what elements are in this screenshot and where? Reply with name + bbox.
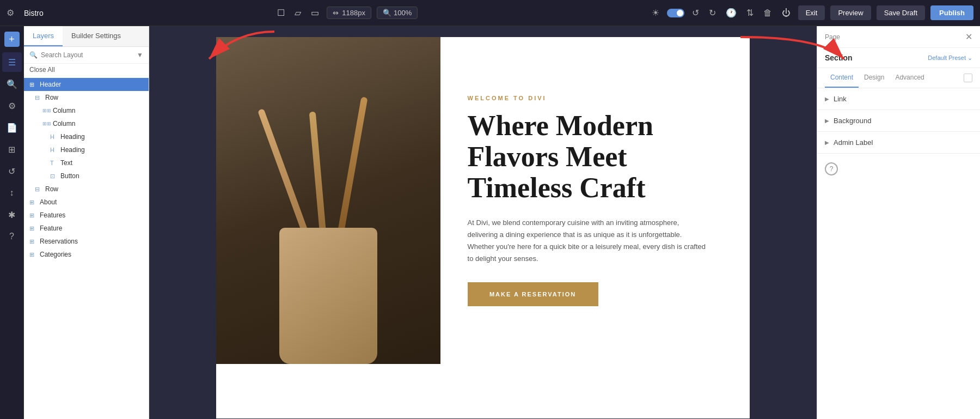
- topbar-center: ☐ ▱ ▭ ⇔ 1188px 🔍 100%: [275, 5, 418, 20]
- tab-content[interactable]: Content: [825, 68, 859, 88]
- admin-label-arrow-icon: ▶: [825, 139, 829, 145]
- history-sidebar-icon[interactable]: ↺: [2, 161, 22, 181]
- width-value: 1188px: [342, 9, 365, 17]
- search-layout-input[interactable]: [41, 51, 133, 59]
- preset-dropdown[interactable]: Default Preset ⌄: [928, 54, 972, 62]
- right-panel-header: Page ✕: [817, 26, 980, 48]
- redo-icon[interactable]: ↻: [707, 5, 718, 20]
- portability-icon[interactable]: ↕: [2, 183, 22, 203]
- page-icon[interactable]: 📄: [2, 118, 22, 137]
- col2-icon: ⊞⊞: [42, 121, 50, 126]
- add-module-button[interactable]: +: [4, 32, 20, 47]
- admin-label-section-name: Admin Label: [834, 138, 873, 147]
- layers-icon[interactable]: ☰: [2, 52, 22, 72]
- preview-button[interactable]: Preview: [830, 5, 871, 20]
- history-icon[interactable]: 🕐: [724, 5, 739, 20]
- layout-icon[interactable]: ⇅: [744, 5, 756, 20]
- page-canvas: WELCOME TO DIVI Where Modern Flavors Mee…: [216, 37, 750, 418]
- admin-label-section-header[interactable]: ▶ Admin Label: [817, 132, 980, 153]
- breadstick-visual: [216, 37, 440, 364]
- layer-item-column-1[interactable]: ⊞⊞ Column: [24, 104, 149, 117]
- layer-item-row-2[interactable]: ⊟ Row: [24, 183, 149, 196]
- hero-heading-line1: Where Modern: [468, 110, 653, 141]
- close-all-btn[interactable]: Close All: [24, 64, 149, 78]
- zoom-control[interactable]: 🔍 100%: [377, 7, 418, 19]
- layer-item-heading-2[interactable]: H Heading: [24, 143, 149, 156]
- undo-icon[interactable]: ↺: [690, 5, 701, 20]
- save-draft-button[interactable]: Save Draft: [877, 5, 925, 20]
- layer-item-heading-1[interactable]: H Heading: [24, 130, 149, 143]
- hero-heading: Where Modern Flavors Meet Timeless Craft: [468, 110, 722, 204]
- layer-item-categories[interactable]: ⊞ Categories: [24, 248, 149, 261]
- heading1-label: Heading: [60, 133, 85, 141]
- col1-icon: ⊞⊞: [42, 108, 50, 113]
- background-arrow-icon: ▶: [825, 118, 829, 124]
- layer-item-row-1[interactable]: ⊟ Row: [24, 91, 149, 104]
- hero-heading-line2: Flavors Meet: [468, 141, 627, 172]
- header-layer-icon: ⊞: [29, 81, 37, 88]
- gear-icon[interactable]: ⚙: [7, 8, 14, 18]
- canvas-area: WELCOME TO DIVI Where Modern Flavors Mee…: [149, 26, 817, 419]
- trash-icon[interactable]: 🗑: [761, 6, 774, 20]
- right-panel-close-button[interactable]: ✕: [965, 32, 972, 42]
- link-section-name: Link: [834, 95, 847, 103]
- features-icon: ⊞: [29, 212, 37, 219]
- zoom-icon: 🔍: [383, 9, 391, 17]
- features-label: Features: [40, 211, 65, 219]
- layer-item-column-2[interactable]: ⊞⊞ Column: [24, 117, 149, 130]
- layer-tree: ⊞ Header ⊟ Row ⊞⊞ Column ⊞⊞ Column H Hea…: [24, 78, 149, 419]
- layer-item-header[interactable]: ⊞ Header: [24, 78, 149, 91]
- link-section-header[interactable]: ▶ Link: [817, 88, 980, 110]
- layer-item-text[interactable]: T Text: [24, 156, 149, 169]
- about-icon: ⊞: [29, 199, 37, 206]
- theme-icon[interactable]: ✱: [2, 205, 22, 224]
- text-icon: T: [50, 160, 58, 166]
- modules-icon[interactable]: ⊞: [2, 139, 22, 159]
- help-circle-button[interactable]: ?: [825, 162, 838, 175]
- about-label: About: [40, 198, 57, 206]
- background-section-header[interactable]: ▶ Background: [817, 110, 980, 131]
- reservation-cta-button[interactable]: MAKE A RESERVATION: [468, 282, 598, 306]
- tab-layers[interactable]: Layers: [24, 26, 63, 46]
- search-icon[interactable]: 🔍: [2, 74, 22, 94]
- hero-image-column: [216, 37, 440, 364]
- zoom-value: 100%: [394, 9, 412, 17]
- heading2-label: Heading: [60, 146, 85, 154]
- tab-advanced[interactable]: Advanced: [890, 68, 929, 88]
- preset-label: Default Preset: [928, 54, 966, 61]
- settings-icon[interactable]: ⚙: [2, 96, 22, 116]
- layer-item-feature[interactable]: ⊞ Feature: [24, 222, 149, 235]
- feature-icon: ⊞: [29, 225, 37, 232]
- hero-food-image: [216, 37, 440, 364]
- tab-builder-settings[interactable]: Builder Settings: [63, 26, 130, 46]
- filter-icon[interactable]: ▼: [137, 51, 143, 59]
- theme-toggle[interactable]: [667, 9, 684, 17]
- layer-item-reservations[interactable]: ⊞ Reservations: [24, 235, 149, 248]
- exit-button[interactable]: Exit: [798, 5, 825, 20]
- paper-bag: [279, 228, 377, 364]
- right-panel-title: Page: [825, 33, 840, 41]
- mobile-icon[interactable]: ▭: [309, 5, 321, 20]
- width-control[interactable]: ⇔ 1188px: [327, 7, 371, 19]
- panel-checkbox[interactable]: [964, 74, 972, 82]
- hero-body-text: At Divi, we blend contemporary cuisine w…: [468, 217, 707, 265]
- layer-item-about[interactable]: ⊞ About: [24, 196, 149, 209]
- help-area: ?: [817, 154, 980, 184]
- sun-icon[interactable]: ☀: [650, 5, 661, 20]
- row1-label: Row: [45, 94, 58, 101]
- tab-design[interactable]: Design: [859, 68, 890, 88]
- help-icon[interactable]: ?: [2, 227, 22, 246]
- power-icon[interactable]: ⏻: [780, 6, 793, 20]
- section-label-row: Section Default Preset ⌄: [817, 48, 980, 68]
- right-panel-tabs: Content Design Advanced: [817, 68, 980, 88]
- reservations-label: Reservations: [40, 238, 78, 245]
- desktop-icon[interactable]: ☐: [275, 5, 287, 20]
- layer-item-features[interactable]: ⊞ Features: [24, 209, 149, 222]
- hero-text-column: WELCOME TO DIVI Where Modern Flavors Mee…: [440, 37, 750, 364]
- tablet-icon[interactable]: ▱: [292, 5, 303, 20]
- layer-item-button[interactable]: ⊡ Button: [24, 169, 149, 183]
- col2-label: Column: [53, 120, 75, 127]
- preset-arrow-icon: ⌄: [967, 54, 972, 62]
- publish-button[interactable]: Publish: [930, 5, 973, 20]
- layers-search-bar: 🔍 ▼: [24, 47, 149, 64]
